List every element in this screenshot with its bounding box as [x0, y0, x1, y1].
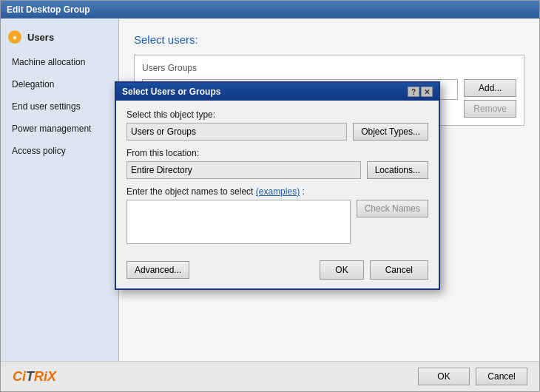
location-label: From this location:: [126, 148, 428, 158]
location-row: Locations...: [126, 161, 428, 179]
names-examples-link[interactable]: (examples): [256, 186, 300, 197]
dialog-cancel-button[interactable]: Cancel: [370, 260, 428, 280]
advanced-button[interactable]: Advanced...: [126, 261, 189, 279]
dialog-overlay: Select Users or Groups ? ✕ Select this o…: [0, 0, 540, 392]
dialog-title-controls: ? ✕: [408, 87, 433, 97]
dialog-close-button[interactable]: ✕: [421, 87, 433, 97]
names-colon: :: [302, 186, 304, 197]
object-types-button[interactable]: Object Types...: [353, 123, 428, 141]
object-names-area: Check Names: [126, 200, 428, 244]
check-names-button[interactable]: Check Names: [357, 200, 428, 217]
dialog-footer-right: OK Cancel: [320, 260, 428, 280]
dialog-ok-button[interactable]: OK: [320, 260, 363, 280]
dialog-title: Select Users or Groups: [122, 87, 220, 97]
dialog-title-bar: Select Users or Groups ? ✕: [116, 83, 439, 101]
object-type-row: Object Types...: [126, 123, 428, 141]
object-names-input[interactable]: [126, 200, 351, 244]
dialog-body: Select this object type: Object Types...…: [116, 101, 439, 256]
object-type-input: [126, 123, 347, 141]
object-type-label: Select this object type:: [126, 109, 428, 120]
names-label-text: Enter the object names to select: [126, 186, 253, 197]
location-input: [126, 161, 361, 179]
names-label: Enter the object names to select (exampl…: [126, 186, 428, 197]
locations-button[interactable]: Locations...: [367, 161, 428, 179]
dialog-help-button[interactable]: ?: [408, 87, 419, 97]
dialog-footer: Advanced... OK Cancel: [116, 256, 439, 288]
select-users-dialog: Select Users or Groups ? ✕ Select this o…: [115, 81, 440, 290]
